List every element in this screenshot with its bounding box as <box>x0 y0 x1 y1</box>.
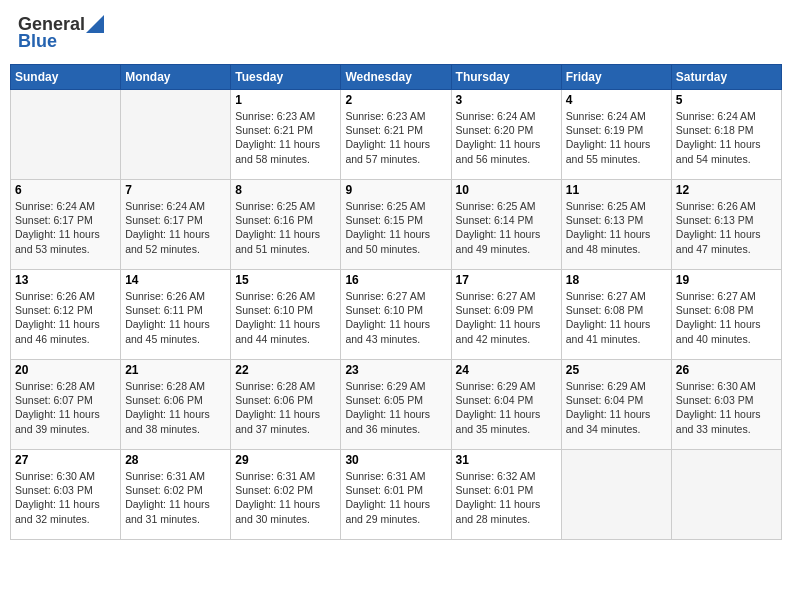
calendar-cell: 1Sunrise: 6:23 AMSunset: 6:21 PMDaylight… <box>231 90 341 180</box>
calendar-cell: 7Sunrise: 6:24 AMSunset: 6:17 PMDaylight… <box>121 180 231 270</box>
weekday-header: Saturday <box>671 65 781 90</box>
logo-triangle-icon <box>86 15 104 33</box>
day-info: Sunrise: 6:26 AMSunset: 6:13 PMDaylight:… <box>676 199 777 256</box>
calendar-cell: 11Sunrise: 6:25 AMSunset: 6:13 PMDayligh… <box>561 180 671 270</box>
calendar-cell: 8Sunrise: 6:25 AMSunset: 6:16 PMDaylight… <box>231 180 341 270</box>
day-info: Sunrise: 6:24 AMSunset: 6:19 PMDaylight:… <box>566 109 667 166</box>
day-number: 26 <box>676 363 777 377</box>
calendar-cell: 6Sunrise: 6:24 AMSunset: 6:17 PMDaylight… <box>11 180 121 270</box>
day-number: 8 <box>235 183 336 197</box>
day-number: 23 <box>345 363 446 377</box>
day-number: 21 <box>125 363 226 377</box>
day-info: Sunrise: 6:26 AMSunset: 6:11 PMDaylight:… <box>125 289 226 346</box>
day-info: Sunrise: 6:27 AMSunset: 6:08 PMDaylight:… <box>566 289 667 346</box>
day-number: 20 <box>15 363 116 377</box>
day-info: Sunrise: 6:25 AMSunset: 6:14 PMDaylight:… <box>456 199 557 256</box>
day-number: 10 <box>456 183 557 197</box>
calendar-cell: 30Sunrise: 6:31 AMSunset: 6:01 PMDayligh… <box>341 450 451 540</box>
day-info: Sunrise: 6:25 AMSunset: 6:16 PMDaylight:… <box>235 199 336 256</box>
day-info: Sunrise: 6:26 AMSunset: 6:12 PMDaylight:… <box>15 289 116 346</box>
day-number: 12 <box>676 183 777 197</box>
calendar-cell: 28Sunrise: 6:31 AMSunset: 6:02 PMDayligh… <box>121 450 231 540</box>
day-info: Sunrise: 6:23 AMSunset: 6:21 PMDaylight:… <box>345 109 446 166</box>
day-info: Sunrise: 6:30 AMSunset: 6:03 PMDaylight:… <box>15 469 116 526</box>
day-info: Sunrise: 6:25 AMSunset: 6:13 PMDaylight:… <box>566 199 667 256</box>
day-info: Sunrise: 6:24 AMSunset: 6:17 PMDaylight:… <box>15 199 116 256</box>
day-number: 18 <box>566 273 667 287</box>
calendar-cell: 23Sunrise: 6:29 AMSunset: 6:05 PMDayligh… <box>341 360 451 450</box>
day-info: Sunrise: 6:32 AMSunset: 6:01 PMDaylight:… <box>456 469 557 526</box>
logo-blue-text: Blue <box>18 31 57 52</box>
day-number: 30 <box>345 453 446 467</box>
day-info: Sunrise: 6:26 AMSunset: 6:10 PMDaylight:… <box>235 289 336 346</box>
calendar-cell: 27Sunrise: 6:30 AMSunset: 6:03 PMDayligh… <box>11 450 121 540</box>
day-number: 11 <box>566 183 667 197</box>
day-number: 15 <box>235 273 336 287</box>
weekday-header: Monday <box>121 65 231 90</box>
day-number: 25 <box>566 363 667 377</box>
weekday-header: Friday <box>561 65 671 90</box>
calendar-cell: 21Sunrise: 6:28 AMSunset: 6:06 PMDayligh… <box>121 360 231 450</box>
day-info: Sunrise: 6:28 AMSunset: 6:07 PMDaylight:… <box>15 379 116 436</box>
weekday-header: Tuesday <box>231 65 341 90</box>
calendar-cell: 17Sunrise: 6:27 AMSunset: 6:09 PMDayligh… <box>451 270 561 360</box>
day-info: Sunrise: 6:27 AMSunset: 6:10 PMDaylight:… <box>345 289 446 346</box>
calendar-cell: 9Sunrise: 6:25 AMSunset: 6:15 PMDaylight… <box>341 180 451 270</box>
day-info: Sunrise: 6:28 AMSunset: 6:06 PMDaylight:… <box>235 379 336 436</box>
day-info: Sunrise: 6:27 AMSunset: 6:08 PMDaylight:… <box>676 289 777 346</box>
weekday-header: Sunday <box>11 65 121 90</box>
day-info: Sunrise: 6:30 AMSunset: 6:03 PMDaylight:… <box>676 379 777 436</box>
calendar-cell <box>11 90 121 180</box>
day-number: 13 <box>15 273 116 287</box>
calendar-cell: 29Sunrise: 6:31 AMSunset: 6:02 PMDayligh… <box>231 450 341 540</box>
calendar-cell: 4Sunrise: 6:24 AMSunset: 6:19 PMDaylight… <box>561 90 671 180</box>
day-number: 7 <box>125 183 226 197</box>
logo: General Blue <box>18 14 104 52</box>
calendar-cell <box>121 90 231 180</box>
day-number: 2 <box>345 93 446 107</box>
calendar-cell: 20Sunrise: 6:28 AMSunset: 6:07 PMDayligh… <box>11 360 121 450</box>
day-number: 27 <box>15 453 116 467</box>
calendar-cell: 3Sunrise: 6:24 AMSunset: 6:20 PMDaylight… <box>451 90 561 180</box>
calendar-cell: 12Sunrise: 6:26 AMSunset: 6:13 PMDayligh… <box>671 180 781 270</box>
day-info: Sunrise: 6:27 AMSunset: 6:09 PMDaylight:… <box>456 289 557 346</box>
calendar-cell: 26Sunrise: 6:30 AMSunset: 6:03 PMDayligh… <box>671 360 781 450</box>
calendar-cell: 15Sunrise: 6:26 AMSunset: 6:10 PMDayligh… <box>231 270 341 360</box>
day-info: Sunrise: 6:23 AMSunset: 6:21 PMDaylight:… <box>235 109 336 166</box>
day-number: 6 <box>15 183 116 197</box>
day-info: Sunrise: 6:31 AMSunset: 6:02 PMDaylight:… <box>125 469 226 526</box>
calendar-cell <box>561 450 671 540</box>
svg-marker-0 <box>86 15 104 33</box>
page-header: General Blue <box>10 10 782 56</box>
day-info: Sunrise: 6:24 AMSunset: 6:20 PMDaylight:… <box>456 109 557 166</box>
day-number: 24 <box>456 363 557 377</box>
day-info: Sunrise: 6:24 AMSunset: 6:18 PMDaylight:… <box>676 109 777 166</box>
day-number: 22 <box>235 363 336 377</box>
day-number: 14 <box>125 273 226 287</box>
day-info: Sunrise: 6:29 AMSunset: 6:04 PMDaylight:… <box>456 379 557 436</box>
day-number: 5 <box>676 93 777 107</box>
day-number: 19 <box>676 273 777 287</box>
day-number: 1 <box>235 93 336 107</box>
calendar-table: SundayMondayTuesdayWednesdayThursdayFrid… <box>10 64 782 540</box>
day-number: 4 <box>566 93 667 107</box>
calendar-cell: 16Sunrise: 6:27 AMSunset: 6:10 PMDayligh… <box>341 270 451 360</box>
calendar-cell: 18Sunrise: 6:27 AMSunset: 6:08 PMDayligh… <box>561 270 671 360</box>
day-number: 17 <box>456 273 557 287</box>
day-number: 28 <box>125 453 226 467</box>
calendar-cell: 2Sunrise: 6:23 AMSunset: 6:21 PMDaylight… <box>341 90 451 180</box>
calendar-cell: 5Sunrise: 6:24 AMSunset: 6:18 PMDaylight… <box>671 90 781 180</box>
day-number: 16 <box>345 273 446 287</box>
day-info: Sunrise: 6:29 AMSunset: 6:05 PMDaylight:… <box>345 379 446 436</box>
calendar-cell <box>671 450 781 540</box>
day-number: 31 <box>456 453 557 467</box>
calendar-cell: 24Sunrise: 6:29 AMSunset: 6:04 PMDayligh… <box>451 360 561 450</box>
day-info: Sunrise: 6:25 AMSunset: 6:15 PMDaylight:… <box>345 199 446 256</box>
day-info: Sunrise: 6:29 AMSunset: 6:04 PMDaylight:… <box>566 379 667 436</box>
weekday-header: Wednesday <box>341 65 451 90</box>
calendar-cell: 19Sunrise: 6:27 AMSunset: 6:08 PMDayligh… <box>671 270 781 360</box>
calendar-cell: 25Sunrise: 6:29 AMSunset: 6:04 PMDayligh… <box>561 360 671 450</box>
calendar-cell: 31Sunrise: 6:32 AMSunset: 6:01 PMDayligh… <box>451 450 561 540</box>
day-info: Sunrise: 6:31 AMSunset: 6:01 PMDaylight:… <box>345 469 446 526</box>
calendar-cell: 13Sunrise: 6:26 AMSunset: 6:12 PMDayligh… <box>11 270 121 360</box>
